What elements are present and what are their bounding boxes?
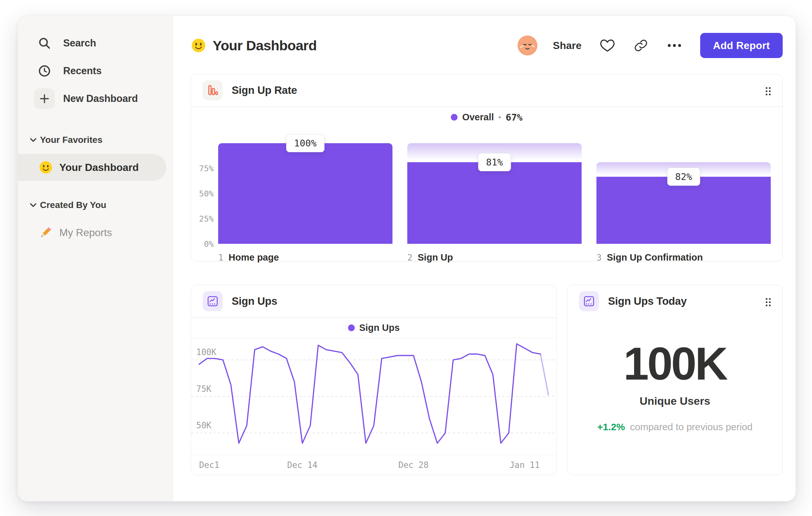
- sidebar-item-recents[interactable]: Recents: [18, 57, 173, 85]
- sidebar-item-label: Your Dashboard: [59, 162, 139, 173]
- sidebar-section-your-favorites[interactable]: Your Favorites: [18, 126, 173, 154]
- line-chart-icon: [203, 291, 223, 311]
- y-grid-label: 75K: [196, 383, 211, 395]
- card-header: Sign Ups: [191, 285, 556, 317]
- legend-value: 67%: [505, 112, 522, 123]
- line-legend: Sign Ups: [191, 318, 556, 338]
- more-options-button[interactable]: [667, 38, 682, 53]
- section-header-label: Created By You: [40, 200, 106, 210]
- x-tick-label: Dec1: [199, 460, 220, 470]
- page-title: Your Dashboard: [213, 38, 317, 54]
- kpi-value: 100K: [624, 337, 726, 390]
- y-tick-label: 25%: [199, 214, 214, 223]
- clock-icon: [34, 61, 55, 81]
- step-number: 3: [597, 252, 602, 263]
- legend-dot: [451, 114, 458, 120]
- sidebar-item-your-dashboard[interactable]: Your Dashboard: [18, 154, 166, 181]
- sidebar-item-my-reports[interactable]: My Reports: [18, 219, 166, 246]
- step-name: Sign Up: [417, 252, 453, 263]
- search-icon: [34, 33, 55, 54]
- funnel-legend: Overall • 67%: [191, 107, 782, 128]
- step-number: 2: [407, 252, 412, 263]
- value-tooltip: 100%: [286, 134, 325, 152]
- favorite-heart-button[interactable]: [600, 38, 615, 53]
- user-avatar[interactable]: [518, 35, 538, 55]
- line-x-axis: Dec1Dec 14Dec 28Jan 11: [191, 455, 556, 475]
- drag-handle-icon[interactable]: [765, 86, 772, 96]
- x-tick-label: Dec 28: [398, 460, 429, 470]
- y-grid-label: 100K: [196, 347, 216, 358]
- smiley-emoji-icon: [191, 38, 206, 53]
- legend-series-name: Sign Ups: [359, 323, 400, 333]
- sidebar-item-label: Recents: [63, 65, 102, 77]
- funnel-bar-solid: [407, 162, 582, 244]
- kpi-change-row: +1.2% compared to previous period: [597, 422, 752, 432]
- y-tick-label: 75%: [199, 164, 214, 173]
- sidebar-item-new-dashboard[interactable]: New Dashboard: [18, 85, 173, 113]
- sidebar-item-label: My Reports: [59, 227, 112, 239]
- sign-ups-card: Sign Ups Sign Ups 100K75K50K Dec1Dec 14D…: [191, 285, 557, 475]
- sign-ups-today-card: Sign Ups Today 100K Unique Users +1.2%: [567, 285, 783, 475]
- funnel-step-1: 100% 1 Home page: [218, 143, 393, 263]
- header-actions: Share: [518, 33, 783, 58]
- funnel-step-2: 81% 2 Sign Up: [407, 143, 582, 263]
- funnel-bar: [218, 143, 393, 244]
- funnel-step-label: 1 Home page: [218, 252, 393, 263]
- card-title: Sign Up Rate: [232, 84, 297, 97]
- y-tick-label: 50%: [199, 189, 214, 198]
- card-title: Sign Ups Today: [608, 295, 687, 307]
- kpi-label: Unique Users: [640, 395, 710, 407]
- sign-up-rate-card: Sign Up Rate Overall • 67% 75%: [191, 74, 783, 262]
- legend-series-name: Overall: [462, 112, 494, 123]
- kpi-change-badge: +1.2%: [597, 422, 625, 432]
- step-name: Sign Up Confirmation: [607, 252, 703, 263]
- y-tick-label: 0%: [204, 239, 214, 248]
- bottom-row: Sign Ups Sign Ups 100K75K50K Dec1Dec 14D…: [191, 285, 783, 475]
- line-plot: 100K75K50K: [191, 338, 556, 455]
- card-title: Sign Ups: [232, 295, 277, 307]
- funnel-bars: 100% 1 Home page 81: [218, 143, 771, 263]
- x-tick-label: Dec 14: [287, 460, 317, 470]
- chevron-down-icon: [28, 203, 38, 207]
- funnel-bar-solid: [218, 143, 393, 244]
- main-content: Your Dashboard Share: [173, 16, 795, 501]
- sidebar-item-label: New Dashboard: [63, 93, 138, 105]
- plus-icon: [34, 88, 55, 109]
- funnel-step-label: 2 Sign Up: [407, 252, 582, 263]
- card-header: Sign Ups Today: [568, 285, 782, 317]
- legend-dot: [348, 324, 355, 331]
- page-header: Your Dashboard Share: [191, 33, 783, 58]
- drag-handle-icon[interactable]: [765, 297, 772, 307]
- value-tooltip: 82%: [667, 168, 700, 186]
- sidebar-item-search[interactable]: Search: [18, 29, 173, 57]
- x-tick-label: Jan 11: [510, 460, 540, 470]
- chevron-down-icon: [28, 138, 38, 142]
- funnel-step-label: 3 Sign Up Confirmation: [597, 252, 771, 263]
- card-header: Sign Up Rate: [191, 74, 782, 106]
- funnel-chart: 75% 50% 25% 0% 100% 1: [191, 128, 782, 263]
- step-name: Home page: [228, 252, 279, 263]
- copy-link-button[interactable]: [633, 38, 649, 53]
- step-number: 1: [218, 252, 223, 263]
- line-chart-svg: [191, 338, 556, 455]
- sidebar: Search Recents New Dashboard: [18, 16, 173, 501]
- kpi-body: 100K Unique Users +1.2% compared to prev…: [568, 317, 782, 432]
- share-button[interactable]: Share: [553, 40, 582, 52]
- funnel-y-axis: 75% 50% 25% 0%: [191, 143, 218, 244]
- smiley-emoji-icon: [39, 160, 53, 174]
- sidebar-section-created-by-you[interactable]: Created By You: [18, 191, 173, 219]
- legend-separator: •: [498, 113, 501, 122]
- pencil-emoji-icon: [39, 225, 53, 240]
- funnel-step-3: 82% 3 Sign Up Confirmation: [597, 143, 771, 263]
- value-tooltip: 81%: [478, 153, 511, 171]
- funnel-bar-solid: [597, 177, 771, 243]
- y-grid-label: 50K: [196, 420, 211, 431]
- app-window: Search Recents New Dashboard: [18, 16, 796, 501]
- kpi-change-note: compared to previous period: [630, 422, 752, 432]
- sidebar-item-label: Search: [63, 37, 96, 49]
- section-header-label: Your Favorites: [40, 135, 103, 145]
- add-report-button[interactable]: Add Report: [700, 33, 783, 58]
- bar-chart-icon: [203, 80, 223, 100]
- line-chart-icon: [579, 291, 599, 311]
